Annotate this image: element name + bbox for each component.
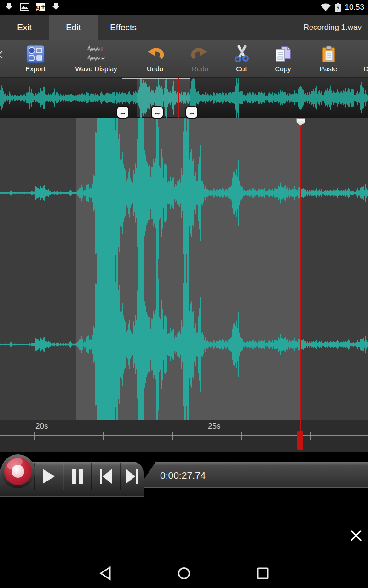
timeline-tick <box>69 432 69 440</box>
battery-charging-icon <box>335 3 341 12</box>
recents-button[interactable] <box>256 567 269 582</box>
timeline-tick <box>345 432 345 440</box>
previous-button[interactable] <box>91 463 120 490</box>
timeline-label: 25s <box>208 422 220 431</box>
timeline-tick <box>0 432 0 440</box>
record-icon <box>4 458 32 485</box>
delete-label: Delete <box>363 65 368 73</box>
tab-exit[interactable]: Exit <box>0 15 49 40</box>
back-button[interactable] <box>99 566 112 582</box>
tab-effects[interactable]: Effects <box>98 15 149 40</box>
timeline-axis <box>0 435 368 436</box>
timeline-tick <box>207 432 207 440</box>
resize-arrows-icon: ↔ <box>154 108 161 116</box>
menu-bar: Exit Edit Effects Recording 1.wav <box>0 15 368 40</box>
skip-forward-icon <box>125 469 139 484</box>
wifi-icon <box>320 3 331 11</box>
svg-text:R: R <box>101 56 105 61</box>
gallery-icon <box>20 3 29 11</box>
wave-display-icon: L R <box>87 45 105 63</box>
tab-effects-label: Effects <box>110 23 137 33</box>
undo-label: Undo <box>147 65 163 73</box>
pause-button[interactable] <box>63 463 91 490</box>
overview-playhead <box>178 78 179 118</box>
clock: 10:53 <box>345 3 364 12</box>
paste-button[interactable]: Paste <box>305 40 351 78</box>
record-button-bezel <box>1 454 35 488</box>
home-icon <box>177 566 191 580</box>
wave-display-button[interactable]: L R Wave Display <box>64 40 128 78</box>
toolbar: Export L R Wave Display Undo <box>0 40 368 78</box>
overview-strip[interactable]: ↔ ↔ ↔ <box>0 78 368 118</box>
undo-button[interactable]: Undo <box>137 40 173 78</box>
time-display: 0:00:27.74 <box>160 462 206 488</box>
timeline-tick <box>172 432 173 440</box>
waveform-editor[interactable] <box>0 118 368 420</box>
download-icon <box>52 2 60 11</box>
timeline-label: 20s <box>35 422 48 431</box>
status-bar: g+ 10:53 <box>0 0 368 15</box>
cut-label: Cut <box>236 65 247 73</box>
paste-label: Paste <box>320 65 337 73</box>
copy-icon <box>274 45 292 63</box>
export-icon <box>26 45 45 63</box>
copy-button[interactable]: Copy <box>264 40 301 78</box>
recents-icon <box>256 567 269 580</box>
svg-text:L: L <box>101 46 104 52</box>
download-icon <box>5 2 13 11</box>
resize-arrows-icon: ↔ <box>188 108 196 116</box>
filename: Recording 1.wav <box>303 15 362 40</box>
skip-back-icon <box>99 469 113 484</box>
redo-label: Redo <box>192 65 208 73</box>
transport-bar: 0:00:27.74 <box>0 452 368 506</box>
cut-icon <box>232 45 251 63</box>
play-button[interactable] <box>34 463 63 490</box>
pause-icon <box>71 469 84 484</box>
home-button[interactable] <box>177 566 191 582</box>
android-navigation-bar <box>0 560 368 588</box>
export-button[interactable]: Export <box>12 40 58 78</box>
main-waveform-canvas[interactable] <box>0 118 368 420</box>
window-handle-right[interactable]: ↔ <box>185 106 198 119</box>
timeline-ruler[interactable]: 20s25s <box>0 420 368 452</box>
time-display-panel: 0:00:27.74 <box>136 462 368 488</box>
notification-icons: g+ <box>5 2 60 11</box>
record-icon-core <box>12 465 24 478</box>
scroll-left-icon <box>0 51 3 59</box>
timeline-tick <box>276 432 276 440</box>
timeline-tick <box>103 432 104 440</box>
back-icon <box>99 566 112 581</box>
window-handle-left[interactable]: ↔ <box>116 106 129 119</box>
wave-display-label: Wave Display <box>75 65 117 73</box>
play-icon <box>42 468 56 485</box>
tab-edit-label: Edit <box>66 23 81 33</box>
resize-arrows-icon: ↔ <box>119 108 127 116</box>
window-handle-middle[interactable]: ↔ <box>151 106 164 119</box>
tab-edit[interactable]: Edit <box>49 15 98 40</box>
timeline-tick <box>241 432 242 440</box>
ad-area <box>0 506 368 560</box>
paste-icon <box>319 45 338 63</box>
copy-label: Copy <box>275 65 291 73</box>
redo-icon <box>191 45 209 63</box>
close-icon <box>350 530 362 542</box>
cut-button[interactable]: Cut <box>223 40 260 78</box>
timeline-tick <box>34 432 35 440</box>
record-button[interactable] <box>1 454 35 488</box>
redo-button[interactable]: Redo <box>182 40 218 78</box>
timeline-tick <box>138 432 138 440</box>
delete-button[interactable]: Delete <box>360 40 368 78</box>
undo-icon <box>146 45 164 63</box>
next-button[interactable] <box>120 463 144 490</box>
playhead-line <box>300 118 301 420</box>
delete-icon <box>364 45 368 63</box>
timeline-playhead-marker[interactable] <box>297 431 303 450</box>
export-label: Export <box>25 65 45 73</box>
ad-close-button[interactable] <box>349 528 363 543</box>
gplus-icon: g+ <box>36 3 45 11</box>
tab-exit-label: Exit <box>17 23 32 33</box>
timeline-tick <box>310 432 311 440</box>
